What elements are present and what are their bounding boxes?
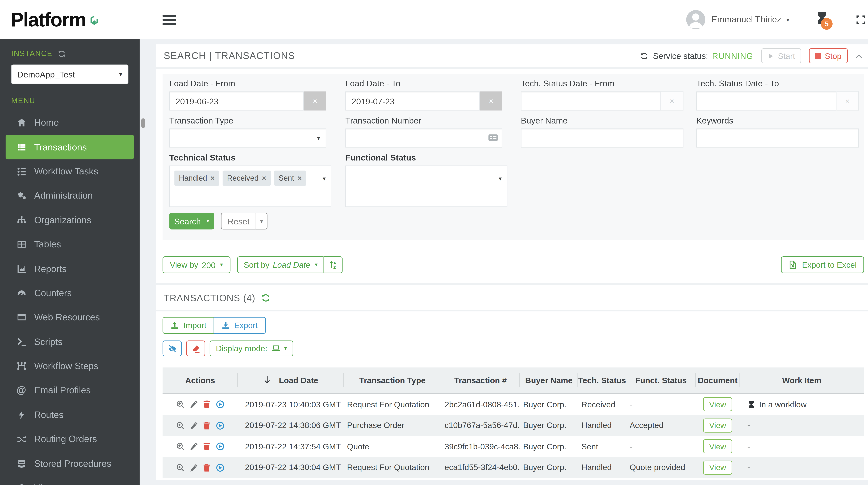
sidebar-item-transactions[interactable]: Transactions <box>5 135 134 159</box>
edit-icon[interactable] <box>189 463 198 472</box>
sidebar-item-home[interactable]: Home <box>0 111 140 135</box>
edit-icon[interactable] <box>189 400 198 409</box>
view-details-icon[interactable] <box>176 421 185 430</box>
transaction-number-label: Transaction Number <box>345 116 502 125</box>
column-header-load-date[interactable]: Load Date <box>238 367 344 393</box>
load-date-to-clear-button[interactable]: × <box>480 91 502 111</box>
column-header-tech-status[interactable]: Tech. Status <box>578 367 626 393</box>
table-body: 2019-07-23 10:40:03 GMTRequest For Quota… <box>163 394 864 478</box>
sort-by-button[interactable]: Sort by Load Date ▾ <box>237 256 324 273</box>
instance-refresh-icon[interactable] <box>58 50 65 57</box>
view-document-button[interactable]: View <box>703 397 732 411</box>
cell-work-item: - <box>740 463 864 472</box>
start-service-button[interactable]: Start <box>761 48 801 63</box>
import-button[interactable]: Import <box>163 317 214 334</box>
sidebar-item-views[interactable]: Views <box>0 476 140 485</box>
delete-icon[interactable] <box>203 463 211 472</box>
column-header-transaction-type[interactable]: Transaction Type <box>344 367 441 393</box>
refresh-results-icon[interactable] <box>261 293 270 303</box>
remove-tag-icon[interactable]: × <box>262 174 266 182</box>
run-icon[interactable] <box>216 442 224 451</box>
load-date-from-input[interactable] <box>169 91 304 111</box>
tech-status-date-to-input[interactable] <box>696 91 836 111</box>
remove-tag-icon[interactable]: × <box>298 174 302 182</box>
sidebar-item-email-profiles[interactable]: @Email Profiles <box>0 378 140 403</box>
view-details-icon[interactable] <box>176 442 185 451</box>
sidebar-item-reports[interactable]: Reports <box>0 257 140 281</box>
clear-button[interactable] <box>186 340 205 356</box>
column-header-transaction-[interactable]: Transaction # <box>441 367 520 393</box>
export-button[interactable]: Export <box>213 317 266 334</box>
load-date-to-input[interactable] <box>345 91 480 111</box>
transaction-number-list-icon[interactable] <box>488 132 498 143</box>
collapse-panel-icon[interactable] <box>855 52 863 60</box>
tech-status-date-from-input[interactable] <box>521 91 661 111</box>
user-name[interactable]: Emmanuel Thiriez <box>711 15 781 25</box>
view-details-icon[interactable] <box>176 463 185 472</box>
sidebar-item-routes[interactable]: Routes <box>0 403 140 427</box>
user-menu-caret-icon[interactable]: ▾ <box>786 16 789 23</box>
sidebar-item-organizations[interactable]: Organizations <box>0 208 140 232</box>
instance-select-caret-icon: ▾ <box>119 71 122 78</box>
sidebar-toggle-button[interactable] <box>163 15 176 25</box>
delete-icon[interactable] <box>203 400 211 409</box>
sidebar-item-web-resources[interactable]: Web Resources <box>0 305 140 330</box>
display-mode-button[interactable]: Display mode: ▾ <box>210 340 293 356</box>
edit-icon[interactable] <box>189 421 198 430</box>
stop-service-button[interactable]: Stop <box>809 48 848 63</box>
table-row: 2019-07-22 14:38:06 GMTPurchase Orderc10… <box>163 415 864 436</box>
sidebar-item-routing-orders[interactable]: Routing Orders <box>0 427 140 451</box>
cell-work-item: - <box>740 442 864 451</box>
run-icon[interactable] <box>216 421 224 430</box>
load-date-to-label: Load Date - To <box>345 79 502 88</box>
sort-direction-button[interactable]: AZ <box>324 256 343 273</box>
column-header-work-item[interactable]: Work Item <box>740 367 864 393</box>
instance-select[interactable]: DemoApp_Test ▾ <box>11 64 128 84</box>
sidebar-item-counters[interactable]: Counters <box>0 281 140 305</box>
remove-tag-icon[interactable]: × <box>210 174 215 182</box>
delete-icon[interactable] <box>203 442 211 451</box>
sidebar-item-workflow-steps[interactable]: Workflow Steps <box>0 354 140 378</box>
view-details-icon[interactable] <box>176 400 185 409</box>
transaction-type-select[interactable]: ▾ <box>169 129 326 148</box>
delete-icon[interactable] <box>203 421 211 430</box>
avatar[interactable] <box>686 10 705 29</box>
sidebar-item-label: Organizations <box>34 215 91 225</box>
keywords-input[interactable] <box>696 129 859 148</box>
tech-status-date-from-clear-button[interactable]: × <box>661 91 683 111</box>
sidebar-item-stored-procedures[interactable]: Stored Procedures <box>0 451 140 476</box>
view-document-button[interactable]: View <box>703 439 732 454</box>
column-header-funct-status[interactable]: Funct. Status <box>626 367 695 393</box>
column-header-buyer-name[interactable]: Buyer Name <box>520 367 578 393</box>
reset-button[interactable]: Reset <box>221 212 255 229</box>
tech-status-date-to-clear-button[interactable]: × <box>837 91 859 111</box>
view-document-button[interactable]: View <box>703 418 732 432</box>
instance-label-text: INSTANCE <box>11 49 53 58</box>
service-refresh-icon[interactable] <box>640 52 648 60</box>
pending-tasks-button[interactable]: 5 <box>815 11 829 28</box>
sidebar-scrollbar-thumb[interactable] <box>141 118 145 128</box>
run-icon[interactable] <box>216 400 224 409</box>
column-header-actions[interactable]: Actions <box>163 367 238 393</box>
sidebar-item-tables[interactable]: Tables <box>0 232 140 257</box>
main-panel: SEARCH | TRANSACTIONS Service status: RU… <box>156 44 868 480</box>
sidebar-item-workflow-tasks[interactable]: Workflow Tasks <box>0 159 140 183</box>
view-document-button[interactable]: View <box>703 460 732 475</box>
load-date-from-clear-button[interactable]: × <box>304 91 326 111</box>
column-header-document[interactable]: Document <box>696 367 740 393</box>
fullscreen-icon[interactable] <box>856 14 866 25</box>
functional-status-select[interactable]: ▾ <box>345 166 507 207</box>
edit-icon[interactable] <box>189 442 198 451</box>
run-icon[interactable] <box>216 463 224 472</box>
technical-status-select[interactable]: Handled ×Received ×Sent × ▾ <box>169 166 331 207</box>
sidebar-item-scripts[interactable]: Scripts <box>0 330 140 354</box>
separator <box>156 283 868 285</box>
buyer-name-input[interactable] <box>521 129 683 148</box>
export-to-excel-button[interactable]: Export to Excel <box>781 256 864 273</box>
view-by-button[interactable]: View by 200 ▾ <box>163 256 230 273</box>
toggle-visibility-button[interactable] <box>163 340 182 356</box>
transaction-number-input[interactable] <box>345 129 502 148</box>
sidebar-item-administration[interactable]: Administration <box>0 183 140 208</box>
reset-options-button[interactable]: ▾ <box>256 212 268 229</box>
search-button[interactable]: Search ▾ <box>169 212 214 229</box>
